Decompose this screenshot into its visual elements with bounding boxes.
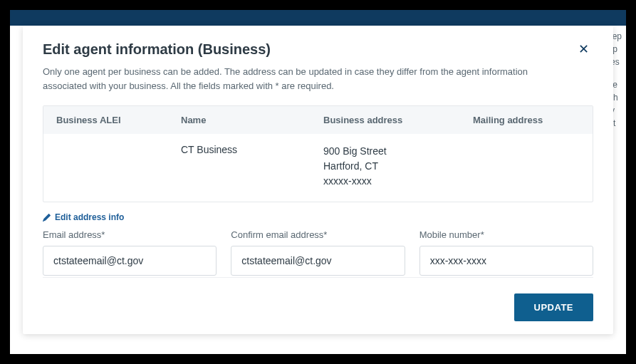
modal-header: Edit agent information (Business) ✕ bbox=[43, 41, 593, 65]
mobile-field[interactable] bbox=[419, 246, 593, 276]
email-group: Email address* bbox=[43, 229, 217, 276]
cell-name: CT Business bbox=[181, 144, 323, 189]
close-button[interactable]: ✕ bbox=[574, 41, 593, 57]
table-row: CT Business 900 Big Street Hartford, CT … bbox=[43, 134, 593, 202]
modal-footer: UPDATE bbox=[43, 277, 593, 321]
confirm-email-field[interactable] bbox=[231, 246, 405, 276]
table-header-row: Business ALEI Name Business address Mail… bbox=[43, 106, 593, 134]
pencil-icon bbox=[43, 214, 51, 222]
close-icon: ✕ bbox=[578, 42, 589, 56]
address-line: Hartford, CT bbox=[323, 159, 473, 174]
confirm-email-group: Confirm email address* bbox=[231, 229, 405, 276]
address-line: 900 Big Street bbox=[323, 144, 473, 159]
update-button[interactable]: UPDATE bbox=[514, 293, 593, 321]
edit-address-link[interactable]: Edit address info bbox=[43, 212, 593, 222]
cell-alei bbox=[56, 144, 181, 189]
col-header-business-address: Business address bbox=[323, 115, 473, 125]
col-header-alei: Business ALEI bbox=[56, 115, 181, 125]
app-frame: ccep al p ines ase n th ply nt t Edit ag… bbox=[9, 9, 627, 355]
address-line: xxxxx-xxxx bbox=[323, 174, 473, 189]
mobile-label: Mobile number* bbox=[419, 229, 593, 240]
cell-business-address: 900 Big Street Hartford, CT xxxxx-xxxx bbox=[323, 144, 473, 189]
edit-address-label: Edit address info bbox=[55, 212, 124, 222]
top-nav-band bbox=[10, 10, 626, 26]
business-table: Business ALEI Name Business address Mail… bbox=[43, 105, 593, 202]
email-field[interactable] bbox=[43, 246, 217, 276]
cell-mailing-address bbox=[473, 144, 580, 189]
email-label: Email address* bbox=[43, 229, 217, 240]
mobile-group: Mobile number* bbox=[419, 229, 593, 276]
modal-subtitle: Only one agent per business can be added… bbox=[43, 65, 556, 93]
col-header-name: Name bbox=[181, 115, 323, 125]
form-row: Email address* Confirm email address* Mo… bbox=[43, 229, 593, 276]
edit-agent-modal: Edit agent information (Business) ✕ Only… bbox=[23, 26, 613, 334]
col-header-mailing-address: Mailing address bbox=[473, 115, 580, 125]
confirm-email-label: Confirm email address* bbox=[231, 229, 405, 240]
modal-title: Edit agent information (Business) bbox=[43, 41, 271, 58]
